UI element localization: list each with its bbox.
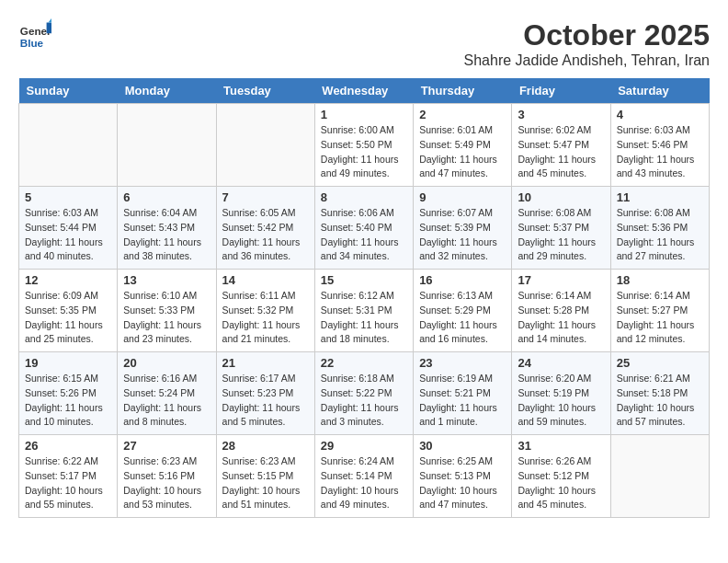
calendar-cell: 15Sunrise: 6:12 AM Sunset: 5:31 PM Dayli… — [314, 270, 413, 352]
month-title: October 2025 — [464, 18, 710, 52]
weekday-header-friday: Friday — [512, 78, 610, 104]
logo-icon: General Blue — [18, 18, 51, 52]
day-number: 23 — [419, 356, 506, 370]
calendar-week-row: 1Sunrise: 6:00 AM Sunset: 5:50 PM Daylig… — [19, 104, 710, 187]
calendar-cell: 28Sunrise: 6:23 AM Sunset: 5:15 PM Dayli… — [216, 435, 314, 518]
day-info: Sunrise: 6:12 AM Sunset: 5:31 PM Dayligh… — [321, 289, 407, 347]
day-number: 21 — [222, 356, 309, 370]
day-number: 10 — [518, 190, 604, 204]
calendar-header-row: SundayMondayTuesdayWednesdayThursdayFrid… — [19, 78, 710, 104]
day-number: 11 — [617, 190, 703, 204]
day-info: Sunrise: 6:19 AM Sunset: 5:21 PM Dayligh… — [419, 372, 506, 430]
day-number: 5 — [25, 190, 111, 204]
weekday-header-tuesday: Tuesday — [216, 78, 314, 104]
weekday-header-saturday: Saturday — [610, 78, 709, 104]
calendar-cell: 31Sunrise: 6:26 AM Sunset: 5:12 PM Dayli… — [512, 435, 610, 518]
calendar-cell: 23Sunrise: 6:19 AM Sunset: 5:21 PM Dayli… — [414, 352, 512, 435]
calendar-week-row: 12Sunrise: 6:09 AM Sunset: 5:35 PM Dayli… — [19, 270, 710, 352]
day-info: Sunrise: 6:01 AM Sunset: 5:49 PM Dayligh… — [419, 123, 506, 181]
day-number: 17 — [518, 273, 604, 287]
day-info: Sunrise: 6:04 AM Sunset: 5:43 PM Dayligh… — [123, 206, 210, 264]
calendar-cell: 17Sunrise: 6:14 AM Sunset: 5:28 PM Dayli… — [512, 270, 610, 352]
day-info: Sunrise: 6:22 AM Sunset: 5:17 PM Dayligh… — [25, 454, 111, 512]
day-number: 2 — [419, 108, 506, 121]
day-info: Sunrise: 6:11 AM Sunset: 5:32 PM Dayligh… — [222, 289, 309, 347]
calendar-cell: 5Sunrise: 6:03 AM Sunset: 5:44 PM Daylig… — [19, 187, 118, 270]
day-number: 27 — [123, 439, 210, 453]
calendar-cell: 14Sunrise: 6:11 AM Sunset: 5:32 PM Dayli… — [216, 270, 314, 352]
day-number: 29 — [321, 439, 407, 453]
weekday-header-monday: Monday — [118, 78, 216, 104]
day-number: 15 — [321, 273, 407, 287]
calendar-cell: 4Sunrise: 6:03 AM Sunset: 5:46 PM Daylig… — [610, 104, 709, 187]
day-number: 12 — [25, 273, 111, 287]
day-number: 20 — [123, 356, 210, 370]
day-info: Sunrise: 6:18 AM Sunset: 5:22 PM Dayligh… — [321, 372, 407, 430]
logo: General Blue — [18, 18, 55, 52]
calendar-cell: 10Sunrise: 6:08 AM Sunset: 5:37 PM Dayli… — [512, 187, 610, 270]
calendar-cell — [610, 435, 709, 518]
calendar-cell: 16Sunrise: 6:13 AM Sunset: 5:29 PM Dayli… — [414, 270, 512, 352]
calendar-cell: 19Sunrise: 6:15 AM Sunset: 5:26 PM Dayli… — [19, 352, 118, 435]
calendar-cell: 25Sunrise: 6:21 AM Sunset: 5:18 PM Dayli… — [610, 352, 709, 435]
calendar-cell: 21Sunrise: 6:17 AM Sunset: 5:23 PM Dayli… — [216, 352, 314, 435]
calendar-cell: 6Sunrise: 6:04 AM Sunset: 5:43 PM Daylig… — [118, 187, 216, 270]
day-number: 14 — [222, 273, 309, 287]
weekday-header-thursday: Thursday — [414, 78, 512, 104]
day-info: Sunrise: 6:16 AM Sunset: 5:24 PM Dayligh… — [123, 372, 210, 430]
day-info: Sunrise: 6:03 AM Sunset: 5:46 PM Dayligh… — [617, 123, 703, 181]
day-number: 1 — [321, 108, 407, 121]
svg-text:Blue: Blue — [20, 37, 44, 49]
calendar-table: SundayMondayTuesdayWednesdayThursdayFrid… — [18, 78, 710, 518]
calendar-week-row: 5Sunrise: 6:03 AM Sunset: 5:44 PM Daylig… — [19, 187, 710, 270]
day-number: 26 — [25, 439, 111, 453]
day-info: Sunrise: 6:26 AM Sunset: 5:12 PM Dayligh… — [518, 454, 604, 512]
calendar-cell — [216, 104, 314, 187]
day-info: Sunrise: 6:25 AM Sunset: 5:13 PM Dayligh… — [419, 454, 506, 512]
calendar-cell — [118, 104, 216, 187]
day-info: Sunrise: 6:05 AM Sunset: 5:42 PM Dayligh… — [222, 206, 309, 264]
weekday-header-sunday: Sunday — [19, 78, 118, 104]
title-block: October 2025 Shahre Jadide Andisheh, Teh… — [464, 18, 710, 69]
day-number: 13 — [123, 273, 210, 287]
day-info: Sunrise: 6:23 AM Sunset: 5:15 PM Dayligh… — [222, 454, 309, 512]
calendar-cell: 26Sunrise: 6:22 AM Sunset: 5:17 PM Dayli… — [19, 435, 118, 518]
day-number: 25 — [617, 356, 703, 370]
day-info: Sunrise: 6:06 AM Sunset: 5:40 PM Dayligh… — [321, 206, 407, 264]
day-info: Sunrise: 6:20 AM Sunset: 5:19 PM Dayligh… — [518, 372, 604, 430]
day-number: 16 — [419, 273, 506, 287]
day-info: Sunrise: 6:13 AM Sunset: 5:29 PM Dayligh… — [419, 289, 506, 347]
day-info: Sunrise: 6:21 AM Sunset: 5:18 PM Dayligh… — [617, 372, 703, 430]
svg-marker-3 — [48, 18, 51, 23]
day-info: Sunrise: 6:07 AM Sunset: 5:39 PM Dayligh… — [419, 206, 506, 264]
day-number: 31 — [518, 439, 604, 453]
calendar-week-row: 19Sunrise: 6:15 AM Sunset: 5:26 PM Dayli… — [19, 352, 710, 435]
svg-marker-2 — [47, 23, 51, 34]
day-number: 18 — [617, 273, 703, 287]
day-info: Sunrise: 6:14 AM Sunset: 5:27 PM Dayligh… — [617, 289, 703, 347]
day-number: 3 — [518, 108, 604, 121]
calendar-cell: 29Sunrise: 6:24 AM Sunset: 5:14 PM Dayli… — [314, 435, 413, 518]
calendar-cell: 24Sunrise: 6:20 AM Sunset: 5:19 PM Dayli… — [512, 352, 610, 435]
calendar-cell: 3Sunrise: 6:02 AM Sunset: 5:47 PM Daylig… — [512, 104, 610, 187]
day-number: 19 — [25, 356, 111, 370]
calendar-cell: 12Sunrise: 6:09 AM Sunset: 5:35 PM Dayli… — [19, 270, 118, 352]
calendar-cell — [19, 104, 118, 187]
calendar-cell: 1Sunrise: 6:00 AM Sunset: 5:50 PM Daylig… — [314, 104, 413, 187]
calendar-cell: 7Sunrise: 6:05 AM Sunset: 5:42 PM Daylig… — [216, 187, 314, 270]
day-number: 7 — [222, 190, 309, 204]
day-info: Sunrise: 6:09 AM Sunset: 5:35 PM Dayligh… — [25, 289, 111, 347]
calendar-cell: 27Sunrise: 6:23 AM Sunset: 5:16 PM Dayli… — [118, 435, 216, 518]
calendar-cell: 8Sunrise: 6:06 AM Sunset: 5:40 PM Daylig… — [314, 187, 413, 270]
calendar-cell: 22Sunrise: 6:18 AM Sunset: 5:22 PM Dayli… — [314, 352, 413, 435]
day-info: Sunrise: 6:02 AM Sunset: 5:47 PM Dayligh… — [518, 123, 604, 181]
day-number: 30 — [419, 439, 506, 453]
day-info: Sunrise: 6:08 AM Sunset: 5:36 PM Dayligh… — [617, 206, 703, 264]
calendar-cell: 20Sunrise: 6:16 AM Sunset: 5:24 PM Dayli… — [118, 352, 216, 435]
day-info: Sunrise: 6:15 AM Sunset: 5:26 PM Dayligh… — [25, 372, 111, 430]
day-info: Sunrise: 6:10 AM Sunset: 5:33 PM Dayligh… — [123, 289, 210, 347]
calendar-cell: 11Sunrise: 6:08 AM Sunset: 5:36 PM Dayli… — [610, 187, 709, 270]
day-number: 6 — [123, 190, 210, 204]
day-number: 9 — [419, 190, 506, 204]
day-info: Sunrise: 6:14 AM Sunset: 5:28 PM Dayligh… — [518, 289, 604, 347]
